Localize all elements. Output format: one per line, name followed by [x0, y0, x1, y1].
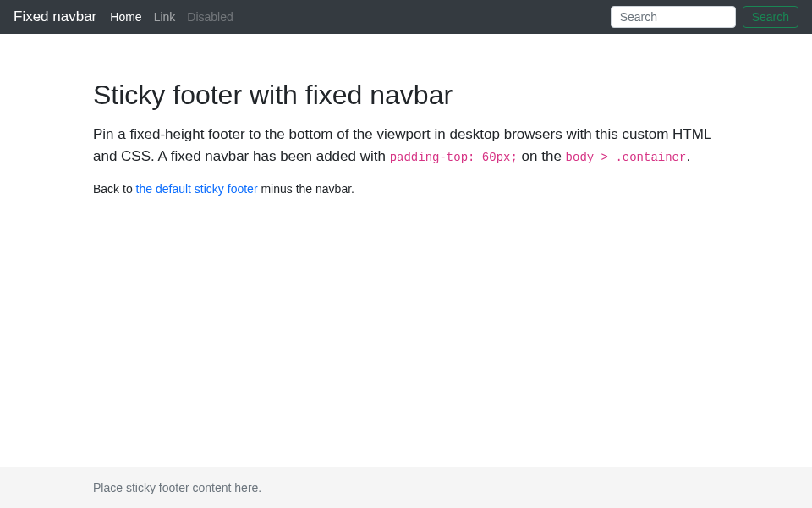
footer: Place sticky footer content here.	[0, 467, 812, 508]
search-button[interactable]: Search	[743, 6, 798, 28]
main-content: Sticky footer with fixed navbar Pin a fi…	[0, 34, 812, 467]
nav-link-home[interactable]: Home	[110, 10, 141, 24]
nav-links: Home Link Disabled	[110, 7, 233, 27]
code-padding: padding-top: 60px;	[390, 151, 518, 164]
search-input[interactable]	[611, 6, 736, 28]
footer-text: Place sticky footer content here.	[93, 481, 261, 494]
back-link[interactable]: the default sticky footer	[136, 182, 258, 196]
lead-text-mid: on the	[518, 148, 566, 164]
back-text-post: minus the navbar.	[258, 182, 354, 196]
container: Sticky footer with fixed navbar Pin a fi…	[93, 75, 719, 198]
page-title: Sticky footer with fixed navbar	[93, 75, 719, 115]
back-line: Back to the default sticky footer minus …	[93, 180, 719, 198]
navbar-search-form: Search	[611, 6, 798, 28]
back-text-pre: Back to	[93, 182, 136, 196]
navbar-brand[interactable]: Fixed navbar	[14, 6, 96, 28]
code-selector: body > .container	[566, 151, 687, 164]
nav-link-link[interactable]: Link	[154, 10, 176, 24]
navbar: Fixed navbar Home Link Disabled Search	[0, 0, 812, 34]
lead-paragraph: Pin a fixed-height footer to the bottom …	[93, 124, 719, 167]
nav-link-disabled: Disabled	[187, 10, 233, 24]
navbar-left: Fixed navbar Home Link Disabled	[14, 6, 233, 28]
lead-text-post: .	[686, 148, 690, 164]
footer-container: Place sticky footer content here.	[93, 478, 719, 498]
